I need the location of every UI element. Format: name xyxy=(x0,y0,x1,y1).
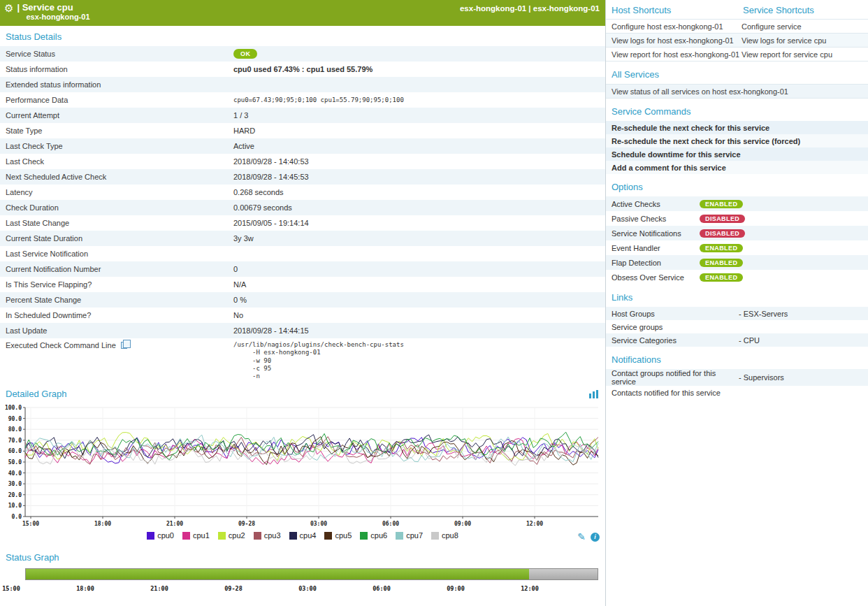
row-value-last-state-change: 2015/09/05 - 19:14:14 xyxy=(232,219,605,227)
status-row-next-scheduled-active-check: Next Scheduled Active Check2018/09/28 - … xyxy=(0,169,605,185)
row-value-state-type: HARD xyxy=(232,127,605,135)
row-label: State Type xyxy=(0,127,232,135)
row-value-last-update: 2018/09/28 - 14:44:15 xyxy=(232,326,605,335)
row-label: Latency xyxy=(0,188,232,196)
service-status-badge: OK xyxy=(233,49,257,59)
service-header-titles: | Service cpu esx-hongkong-01 xyxy=(17,2,89,22)
status-timeline-bar xyxy=(25,568,598,580)
option-label-passive-checks: Passive Checks xyxy=(612,215,700,223)
svg-text:50.0: 50.0 xyxy=(8,459,22,466)
status-row-service-status: Service StatusOK xyxy=(0,46,605,62)
chart-legend: cpu0cpu1cpu2cpu3cpu4cpu5cpu6cpu7cpu8 xyxy=(0,529,605,541)
option-label-active-checks: Active Checks xyxy=(612,200,700,208)
link-value-service-categories: - CPU xyxy=(739,336,862,345)
options-title: Options xyxy=(606,174,868,196)
pencil-icon[interactable]: ✎ xyxy=(577,532,586,542)
service-commands-title: Service Commands xyxy=(606,99,868,121)
host-shortcut-configure-host-esx-hongkong-01[interactable]: Configure host esx-hongkong-01 xyxy=(612,22,742,31)
all-services-table: View status of all services on host esx-… xyxy=(606,84,868,99)
status-row-last-check: Last Check2018/09/28 - 14:40:53 xyxy=(0,154,605,169)
option-badge-flap-detection: ENABLED xyxy=(700,259,743,267)
row-value-in-scheduled-downtime: No xyxy=(232,311,605,319)
gear-icon[interactable]: ⚙ xyxy=(4,2,13,14)
legend-item-cpu2: cpu2 xyxy=(218,531,245,540)
status-row-is-this-service-flapping: Is This Service Flapping?N/A xyxy=(0,277,605,292)
status-graph: 15:0018:0021:0009-2803:0006:0009:0012:00 xyxy=(0,567,605,599)
status-row-last-check-type: Last Check TypeActive xyxy=(0,138,605,154)
host-shortcut-view-logs-for-host-esx-hongkong-01[interactable]: View logs for host esx-hongkong-01 xyxy=(612,36,742,45)
status-details-title: Status Details xyxy=(0,26,605,46)
legend-swatch-cpu2 xyxy=(218,532,226,540)
bar-chart-icon[interactable] xyxy=(589,390,598,398)
legend-swatch-cpu1 xyxy=(182,532,190,540)
status-axis-label-06-00: 06:00 xyxy=(372,585,391,592)
link-label-service-groups: Service groups xyxy=(612,323,739,331)
status-row-current-attempt: Current Attempt1 / 3 xyxy=(0,108,605,123)
status-row-latency: Latency0.268 seconds xyxy=(0,185,605,200)
row-label: Executed Check Command Line xyxy=(0,338,232,349)
service-title: | Service cpu xyxy=(17,2,89,13)
svg-text:100.0: 100.0 xyxy=(5,405,22,411)
command-re-schedule-the-next-check-for-this-service-forced[interactable]: Re-schedule the next check for this serv… xyxy=(606,134,868,147)
status-row-percent-state-change: Percent State Change0 % xyxy=(0,292,605,308)
all-services-link[interactable]: View status of all services on host esx-… xyxy=(606,84,868,98)
notification-row-contacts-notified-for-this-service: Contacts notified for this service xyxy=(606,386,868,399)
svg-text:90.0: 90.0 xyxy=(8,416,22,422)
link-row-service-groups: Service groups xyxy=(606,320,868,333)
option-label-flap-detection: Flap Detection xyxy=(612,259,700,267)
legend-item-cpu1: cpu1 xyxy=(182,531,210,540)
row-value-executed-check-command-line: /usr/lib/nagios/plugins/check-bench-cpu-… xyxy=(232,338,605,384)
legend-swatch-cpu0 xyxy=(147,532,154,540)
command-re-schedule-the-next-check-for-this-service[interactable]: Re-schedule the next check for this serv… xyxy=(606,121,868,134)
link-label-service-categories: Service Categories xyxy=(612,336,739,345)
legend-label-cpu2: cpu2 xyxy=(229,531,245,540)
notification-label-contacts-notified-for-this-service: Contacts notified for this service xyxy=(612,389,739,397)
legend-swatch-cpu8 xyxy=(431,532,439,540)
command-copy-icon[interactable] xyxy=(121,342,127,349)
notifications-table: Contact groups notified for this service… xyxy=(606,369,868,399)
chart-legend-row: cpu0cpu1cpu2cpu3cpu4cpu5cpu6cpu7cpu8 ✎ i xyxy=(0,529,605,547)
option-badge-passive-checks: DISABLED xyxy=(700,215,745,223)
status-row-last-service-notification: Last Service Notification xyxy=(0,246,605,261)
svg-text:60.0: 60.0 xyxy=(8,449,22,455)
svg-text:80.0: 80.0 xyxy=(8,426,22,433)
legend-item-cpu0: cpu0 xyxy=(147,531,174,540)
all-services-title: All Services xyxy=(606,62,868,84)
shortcut-row: Configure host esx-hongkong-01Configure … xyxy=(606,19,868,33)
status-row-extended-status-information: Extended status information xyxy=(0,77,605,92)
option-row-passive-checks: Passive ChecksDISABLED xyxy=(606,211,868,226)
service-shortcut-view-report-for-service-cpu[interactable]: View report for service cpu xyxy=(742,50,868,59)
legend-item-cpu7: cpu7 xyxy=(396,531,423,540)
svg-text:0.0: 0.0 xyxy=(12,514,22,520)
row-value-service-status: OK xyxy=(232,49,605,59)
status-axis-label-03-00: 03:00 xyxy=(298,585,317,592)
host-shortcut-view-report-for-host-esx-hongkong-01[interactable]: View report for host esx-hongkong-01 xyxy=(612,50,742,59)
graph-tools: ✎ i xyxy=(577,532,600,542)
option-row-obsess-over-service: Obsess Over ServiceENABLED xyxy=(606,270,868,284)
status-graph-axis: 15:0018:0021:0009-2803:0006:0009:0012:00 xyxy=(0,585,602,595)
info-icon[interactable]: i xyxy=(591,533,600,542)
option-label-service-notifications: Service Notifications xyxy=(612,229,700,238)
svg-text:40.0: 40.0 xyxy=(8,470,22,477)
svg-text:03:00: 03:00 xyxy=(310,521,327,527)
host-name-link[interactable]: esx-hongkong-01 xyxy=(26,13,89,22)
status-row-performance-data: Performance Datacpu0=67.43;90;95;0;100 c… xyxy=(0,92,605,108)
legend-item-cpu4: cpu4 xyxy=(289,531,317,540)
side-panel: Host Shortcuts Service Shortcuts Configu… xyxy=(605,0,868,606)
link-value-host-groups: - ESX-Servers xyxy=(739,310,862,318)
legend-label-cpu8: cpu8 xyxy=(442,531,458,540)
link-row-service-categories: Service Categories- CPU xyxy=(606,333,868,347)
legend-swatch-cpu3 xyxy=(254,532,261,540)
service-shortcut-view-logs-for-service-cpu[interactable]: View logs for service cpu xyxy=(742,36,868,45)
notification-label-contact-groups-notified-for-this-service: Contact groups notified for this service xyxy=(612,369,739,386)
legend-label-cpu3: cpu3 xyxy=(264,531,281,540)
command-add-a-comment-for-this-service[interactable]: Add a comment for this service xyxy=(606,161,868,174)
host-service-breadcrumb[interactable]: esx-hongkong-01 | esx-hongkong-01 xyxy=(460,2,600,26)
notifications-title: Notifications xyxy=(606,347,868,369)
legend-label-cpu1: cpu1 xyxy=(193,531,210,540)
status-axis-label-09-28: 09-28 xyxy=(224,585,243,592)
command-schedule-downtime-for-this-service[interactable]: Schedule downtime for this service xyxy=(606,147,868,161)
status-axis-label-21-00: 21:00 xyxy=(150,585,168,592)
service-shortcut-configure-service[interactable]: Configure service xyxy=(742,22,868,31)
host-shortcuts-title: Host Shortcuts xyxy=(612,5,743,15)
